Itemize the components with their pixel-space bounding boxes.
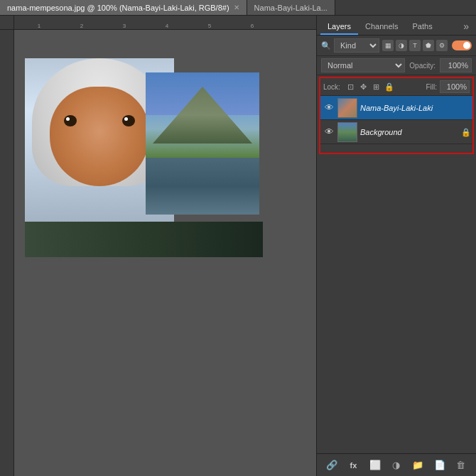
tab-label-2: Nama-Bayi-Laki-La...	[254, 4, 328, 12]
panel-tabs: Layers Channels Paths »	[317, 16, 476, 36]
panel-spacer	[317, 156, 476, 453]
blend-mode-row: Normal Opacity:	[317, 56, 476, 75]
layer-thumbnail-1	[337, 122, 357, 142]
right-panel: Layers Channels Paths » 🔍 Kind ▦ ◑ T ⬟ ⚙	[316, 16, 476, 476]
ruler-h-ticks: 1 2 3 4 5 6	[14, 23, 274, 29]
layers-list: 👁 Nama-Bayi-Laki-Laki 👁 Background 🔒	[320, 96, 472, 153]
baby-eyes	[64, 115, 135, 129]
strip-mountain	[25, 222, 263, 257]
tab-channels[interactable]: Channels	[358, 19, 405, 35]
panel-bottom-toolbar: 🔗 fx ⬜ ◑ 📁 📄 🗑	[317, 453, 476, 476]
mountain-photo-layer	[146, 72, 259, 215]
ruler-h-3: 3	[103, 23, 146, 29]
main-layout: 1 2 3 4 5 6	[0, 16, 476, 476]
tab-paths[interactable]: Paths	[406, 19, 440, 35]
filter-shape-icon[interactable]: ⬟	[423, 40, 434, 51]
lock-label: Lock:	[323, 83, 340, 91]
tab-file-2[interactable]: Nama-Bayi-Laki-La...	[247, 0, 335, 15]
lock-all-icon[interactable]: 🔒	[384, 82, 394, 92]
filter-toggle[interactable]	[452, 40, 472, 50]
layer-visibility-1[interactable]: 👁	[323, 126, 335, 138]
tab-label-1: nama-mempesona.jpg @ 100% (Nama-Bayi-Lak…	[7, 4, 229, 12]
filter-search-icon[interactable]: 🔍	[321, 40, 331, 50]
layer-item-1[interactable]: 👁 Background 🔒	[320, 120, 472, 144]
canvas-area: 1 2 3 4 5 6	[0, 16, 316, 476]
opacity-label: Opacity:	[409, 62, 436, 70]
layer-thumbnail-0	[337, 98, 357, 118]
photo-composite	[25, 58, 263, 257]
tab-close-1[interactable]: ✕	[234, 4, 239, 11]
lock-transparent-icon[interactable]: ⊡	[346, 82, 356, 92]
new-layer-icon[interactable]: 📄	[433, 458, 447, 472]
canvas-content	[14, 30, 316, 476]
blend-mode-select[interactable]: Normal	[321, 58, 405, 72]
filter-pixel-icon[interactable]: ▦	[382, 40, 394, 51]
delete-layer-icon[interactable]: 🗑	[454, 458, 468, 472]
filter-row: 🔍 Kind ▦ ◑ T ⬟ ⚙	[317, 36, 476, 56]
baby-eye-left	[64, 115, 77, 126]
tab-layers[interactable]: Layers	[320, 19, 358, 35]
lock-artboard-icon[interactable]: ⊞	[372, 82, 382, 92]
adjustment-icon[interactable]: ◑	[389, 458, 404, 472]
fx-icon[interactable]: fx	[346, 458, 360, 472]
panel-tab-more[interactable]: »	[460, 18, 472, 35]
filter-adjustment-icon[interactable]: ◑	[396, 40, 407, 51]
tab-bar: nama-mempesona.jpg @ 100% (Nama-Bayi-Lak…	[0, 0, 476, 16]
link-icon[interactable]: 🔗	[325, 458, 339, 472]
layer-visibility-0[interactable]: 👁	[323, 102, 335, 114]
layer-lock-icon-1: 🔒	[461, 128, 470, 136]
opacity-input[interactable]	[440, 58, 472, 72]
mountain-water	[146, 158, 259, 215]
lock-position-icon[interactable]: ✥	[359, 82, 369, 92]
fill-label: Fill:	[426, 83, 437, 91]
baby-skin	[50, 87, 149, 186]
layers-section: Lock: ⊡ ✥ ⊞ 🔒 Fill: 👁 Nama-Bayi-Laki-Lak…	[319, 77, 474, 154]
bottom-strip	[25, 222, 263, 257]
ruler-vertical	[0, 16, 14, 476]
tab-file-1[interactable]: nama-mempesona.jpg @ 100% (Nama-Bayi-Lak…	[0, 0, 247, 15]
filter-smart-icon[interactable]: ⚙	[436, 40, 448, 51]
lock-row: Lock: ⊡ ✥ ⊞ 🔒 Fill:	[320, 78, 472, 96]
baby-eye-right	[122, 115, 135, 126]
filter-type-icon[interactable]: T	[409, 40, 421, 51]
ruler-h-5: 5	[188, 23, 231, 29]
ruler-h-2: 2	[60, 23, 103, 29]
group-icon[interactable]: 📁	[411, 458, 425, 472]
filter-icons-row: ▦ ◑ T ⬟ ⚙	[382, 40, 448, 51]
mask-icon[interactable]: ⬜	[368, 458, 382, 472]
ruler-h-6: 6	[231, 23, 274, 29]
ruler-corner	[0, 16, 14, 30]
layer-name-1: Background	[360, 128, 458, 136]
ruler-h-4: 4	[146, 23, 188, 29]
fill-input[interactable]	[440, 80, 470, 93]
ruler-horizontal: 1 2 3 4 5 6	[14, 16, 316, 30]
layer-item-0[interactable]: 👁 Nama-Bayi-Laki-Laki	[320, 96, 472, 120]
layer-name-0: Nama-Bayi-Laki-Laki	[360, 104, 470, 112]
filter-kind-select[interactable]: Kind	[334, 38, 379, 53]
ruler-h-1: 1	[18, 23, 60, 29]
